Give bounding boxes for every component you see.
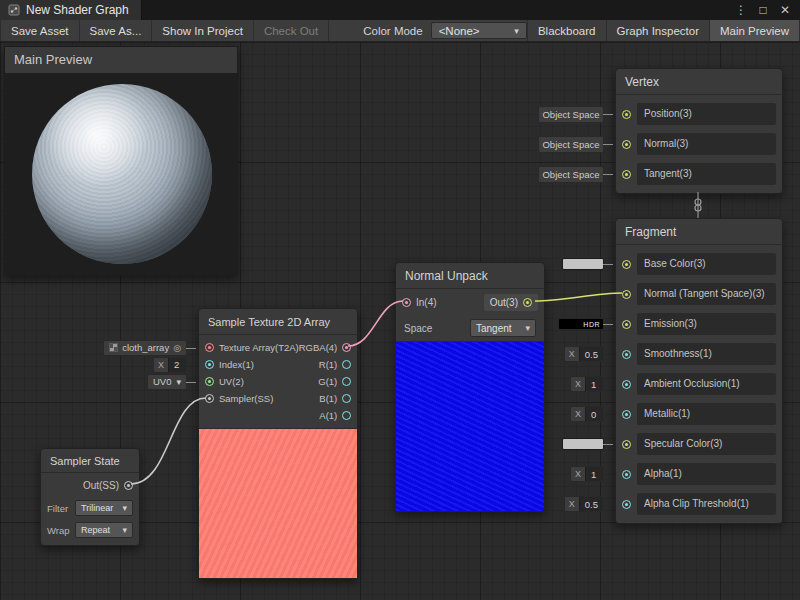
b-port[interactable] <box>342 394 351 403</box>
rgba-port[interactable] <box>342 343 351 352</box>
uv-channel-dropdown[interactable]: UV0 ▾ <box>147 374 187 390</box>
position-space-dropdown[interactable]: Object Space <box>538 106 604 123</box>
kebab-menu-icon[interactable]: ⋮ <box>732 3 750 17</box>
axis-label: X <box>571 469 585 479</box>
port-label: Ambient Occlusion(1) <box>637 373 776 395</box>
base-color-swatch[interactable] <box>562 258 604 270</box>
chevron-down-icon: ▾ <box>525 323 530 333</box>
port-label: In(4) <box>416 297 437 308</box>
normal-port[interactable] <box>622 140 631 149</box>
ambient-occlusion-port[interactable] <box>622 380 631 389</box>
blackboard-toggle-button[interactable]: Blackboard <box>527 20 607 41</box>
emission-port[interactable] <box>622 320 631 329</box>
smoothness-port[interactable] <box>622 350 631 359</box>
float-value[interactable]: 2 <box>168 358 186 372</box>
position-port[interactable] <box>622 110 631 119</box>
uv-port[interactable] <box>205 377 214 386</box>
close-icon[interactable]: ✕ <box>776 3 794 17</box>
chevron-down-icon: ▾ <box>514 26 519 36</box>
a-port[interactable] <box>342 411 351 420</box>
maximize-icon[interactable]: □ <box>754 3 772 17</box>
wrap-dropdown[interactable]: Repeat ▾ <box>75 522 133 538</box>
texture-array-port[interactable] <box>205 343 214 352</box>
edge-sampler-to-sampler-ss[interactable] <box>131 398 206 484</box>
base-color-port[interactable] <box>622 260 631 269</box>
save-as-button[interactable]: Save As... <box>80 20 153 41</box>
alpha-port[interactable] <box>622 470 631 479</box>
vertex-node[interactable]: Vertex Object Space Position(3) Object S… <box>615 68 783 194</box>
in-port[interactable] <box>402 298 411 307</box>
float-value[interactable]: 1 <box>585 467 603 481</box>
wrap-value: Repeat <box>81 525 110 535</box>
index-float-field[interactable]: X 2 <box>153 357 187 373</box>
wrap-row: Wrap Repeat ▾ <box>41 519 139 541</box>
fragment-node-title: Fragment <box>616 219 782 245</box>
port-label: Specular Color(3) <box>637 433 776 455</box>
normal-map-preview <box>396 341 544 511</box>
show-in-project-button[interactable]: Show In Project <box>152 20 254 41</box>
fragment-row-alpha-clip: X 0.5 Alpha Clip Threshold(1) <box>616 489 782 519</box>
sampler-port[interactable] <box>205 394 214 403</box>
specular-color-port[interactable] <box>622 440 631 449</box>
float-value[interactable]: 0 <box>585 407 603 421</box>
port-label: Metallic(1) <box>637 403 776 425</box>
metallic-port[interactable] <box>622 410 631 419</box>
tangent-port[interactable] <box>622 170 631 179</box>
out-ss-port[interactable] <box>124 481 133 490</box>
port-label: R(1) <box>319 359 337 370</box>
fragment-node[interactable]: Fragment Base Color(3) Normal (Tangent S… <box>615 218 783 524</box>
object-picker-icon[interactable]: ◎ <box>173 343 181 353</box>
normal-tangent-port[interactable] <box>622 290 631 299</box>
space-value: Tangent <box>476 323 512 334</box>
float-value[interactable]: 0.5 <box>579 497 603 511</box>
specular-color-swatch[interactable] <box>562 438 604 450</box>
vertex-row-normal: Object Space Normal(3) <box>616 129 782 159</box>
graph-tab[interactable]: New Shader Graph <box>0 0 142 20</box>
alpha-float-field[interactable]: X 1 <box>570 466 604 482</box>
axis-label: X <box>571 379 585 389</box>
port-label: G(1) <box>318 376 337 387</box>
sampler-out-row: Out(SS) <box>41 473 139 497</box>
edge-out-to-normal[interactable] <box>535 293 622 301</box>
emission-hdr-swatch[interactable]: HDR <box>558 318 604 330</box>
alpha-clip-float-field[interactable]: X 0.5 <box>564 496 604 512</box>
r-port[interactable] <box>342 360 351 369</box>
fragment-row-specular-color: Specular Color(3) <box>616 429 782 459</box>
metallic-float-field[interactable]: X 0 <box>570 406 604 422</box>
out-port[interactable] <box>523 298 532 307</box>
float-value[interactable]: 0.5 <box>579 347 603 361</box>
sample-texture-2d-array-node[interactable]: Sample Texture 2D Array cloth_array ◎ Te… <box>198 308 358 579</box>
fragment-row-normal: Normal (Tangent Space)(3) <box>616 279 782 309</box>
port-label: Out(3) <box>490 297 518 308</box>
color-mode-label: Color Mode <box>355 20 430 41</box>
space-dropdown[interactable]: Tangent ▾ <box>470 319 536 337</box>
smoothness-float-field[interactable]: X 0.5 <box>564 346 604 362</box>
main-preview-title[interactable]: Main Preview <box>5 47 237 73</box>
texture-object-field[interactable]: cloth_array ◎ <box>103 340 187 356</box>
normal-unpack-node[interactable]: Normal Unpack In(4) Out(3) Space Tangent… <box>395 262 545 512</box>
graph-canvas[interactable]: Main Preview Vertex Object Space Positio… <box>0 42 800 600</box>
sampler-state-node[interactable]: Sampler State Out(SS) Filter Trilinear ▾… <box>40 448 140 546</box>
title-bar: New Shader Graph ⋮ □ ✕ <box>0 0 800 20</box>
vertex-row-position: Object Space Position(3) <box>616 99 782 129</box>
space-label: Space <box>404 323 432 334</box>
port-label: Base Color(3) <box>637 253 776 275</box>
fragment-row-alpha: X 1 Alpha(1) <box>616 459 782 489</box>
tangent-space-dropdown[interactable]: Object Space <box>538 166 604 183</box>
texture-name: cloth_array <box>122 342 169 353</box>
shader-graph-window: New Shader Graph ⋮ □ ✕ Save Asset Save A… <box>0 0 800 600</box>
save-asset-button[interactable]: Save Asset <box>0 20 80 41</box>
ambient-occlusion-float-field[interactable]: X 1 <box>570 376 604 392</box>
filter-dropdown[interactable]: Trilinear ▾ <box>75 500 133 516</box>
port-label: Alpha(1) <box>637 463 776 485</box>
color-mode-dropdown[interactable]: <None> ▾ <box>431 22 527 39</box>
port-label: Alpha Clip Threshold(1) <box>637 493 776 515</box>
index-port[interactable] <box>205 360 214 369</box>
normal-space-dropdown[interactable]: Object Space <box>538 136 604 153</box>
main-preview-panel[interactable]: Main Preview <box>4 46 238 276</box>
alpha-clip-port[interactable] <box>622 500 631 509</box>
graph-inspector-toggle-button[interactable]: Graph Inspector <box>607 20 710 41</box>
main-preview-toggle-button[interactable]: Main Preview <box>710 20 800 41</box>
float-value[interactable]: 1 <box>585 377 603 391</box>
g-port[interactable] <box>342 377 351 386</box>
